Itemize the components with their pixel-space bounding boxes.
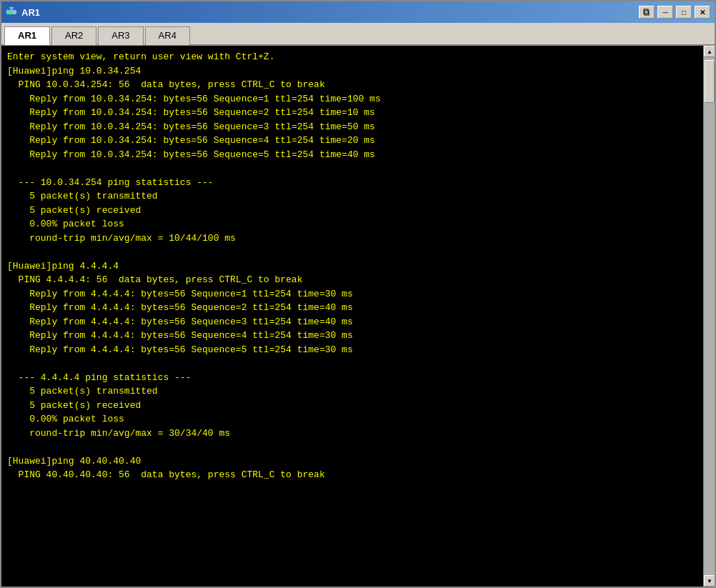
main-window: AR1 ─ □ ✕ AR1 AR2 AR3 AR4 [0,0,716,588]
restore-button[interactable] [639,6,655,19]
tab-ar2[interactable]: AR2 [51,26,96,45]
scrollbar-track[interactable] [704,57,715,575]
title-bar: AR1 ─ □ ✕ [1,1,715,23]
tab-bar: AR1 AR2 AR3 AR4 [1,23,715,46]
title-buttons: ─ □ ✕ [639,6,710,19]
tab-ar3[interactable]: AR3 [98,26,143,45]
scroll-down-button[interactable]: ▼ [704,575,715,587]
minimize-button[interactable]: ─ [657,6,673,19]
close-button[interactable]: ✕ [695,6,710,19]
window-title: AR1 [21,7,40,18]
maximize-button[interactable]: □ [676,6,692,19]
content-area: Enter system view, return user view with… [1,46,715,587]
svg-point-2 [10,11,11,13]
terminal-wrapper: Enter system view, return user view with… [1,46,703,587]
tab-ar1[interactable]: AR1 [4,26,50,45]
vertical-scrollbar: ▲ ▼ [703,46,715,587]
terminal-output[interactable]: Enter system view, return user view with… [1,46,703,587]
router-icon [6,6,17,18]
scroll-up-button[interactable]: ▲ [704,46,715,57]
terminal-text: Enter system view, return user view with… [7,50,697,482]
svg-point-1 [8,11,9,13]
scrollbar-thumb[interactable] [705,60,715,103]
tab-ar4[interactable]: AR4 [145,26,190,45]
title-bar-left: AR1 [6,6,40,18]
